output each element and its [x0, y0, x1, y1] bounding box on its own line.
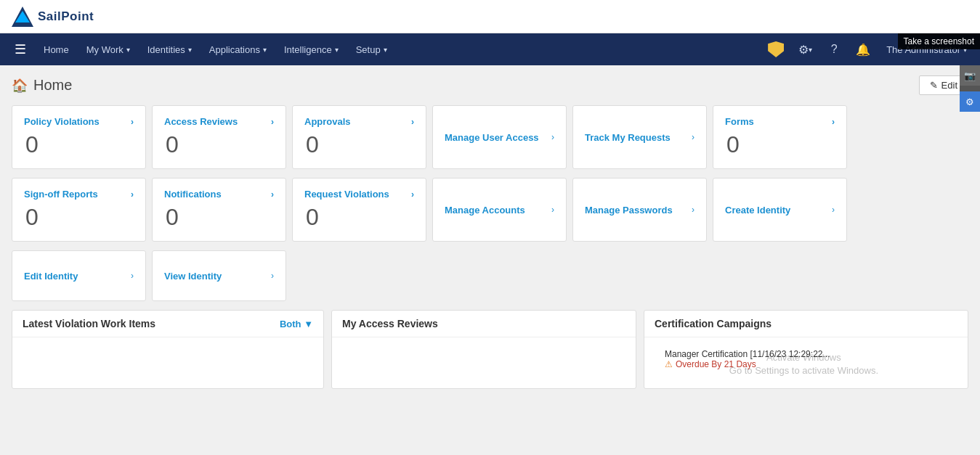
page-title: Home: [33, 77, 72, 94]
chevron-icon: ›: [832, 205, 835, 215]
panel-access-reviews: My Access Reviews: [331, 310, 636, 389]
panel-campaigns-body: Manager Certification [11/16/23 12:29:22…: [644, 337, 968, 388]
panel-access-reviews-header: My Access Reviews: [332, 311, 636, 337]
logo-icon: [12, 7, 33, 27]
widget-forms[interactable]: Forms › 0: [713, 105, 847, 169]
notification-icon-btn[interactable]: 🔔: [850, 33, 876, 65]
nav-item-setup[interactable]: Setup▾: [347, 33, 396, 65]
chevron-icon: ›: [411, 117, 414, 127]
screenshot-btn-gear[interactable]: ⚙: [960, 91, 980, 112]
chevron-icon: ›: [411, 189, 414, 200]
widget-policy-violations[interactable]: Policy Violations › 0: [12, 105, 146, 169]
widget-view-identity[interactable]: View Identity ›: [152, 250, 286, 301]
logo-bar: SailPoint: [0, 0, 980, 33]
cert-overdue: ⚠ Overdue By 21 Days: [665, 359, 947, 369]
nav-item-home[interactable]: Home: [35, 33, 78, 65]
settings-icon-btn[interactable]: ⚙▾: [792, 33, 818, 65]
nav-item-intelligence[interactable]: Intelligence▾: [275, 33, 347, 65]
chevron-icon: ›: [551, 205, 554, 215]
screenshot-tooltip: Take a screenshot: [898, 33, 980, 49]
panel-violations: Latest Violation Work Items Both ▼: [12, 310, 324, 389]
chevron-icon: ›: [131, 117, 134, 127]
shield-icon-btn[interactable]: [763, 33, 789, 65]
shield-icon: [768, 41, 784, 57]
chevron-icon: ›: [832, 117, 835, 127]
chevron-icon: ›: [271, 271, 274, 281]
widget-signoff-reports[interactable]: Sign-off Reports › 0: [12, 178, 146, 242]
hamburger-icon[interactable]: ☰: [6, 41, 35, 57]
widget-edit-identity[interactable]: Edit Identity ›: [12, 250, 146, 301]
widget-request-violations[interactable]: Request Violations › 0: [292, 178, 426, 242]
widget-create-identity[interactable]: Create Identity ›: [713, 178, 847, 242]
screenshot-sidebar: 📷 ⚙: [960, 65, 980, 112]
panel-campaigns: Certification Campaigns Manager Certific…: [644, 310, 968, 389]
home-icon: 🏠: [12, 78, 28, 94]
panel-violations-header: Latest Violation Work Items Both ▼: [12, 311, 323, 337]
chevron-icon: ›: [692, 132, 694, 142]
chevron-icon: ›: [551, 132, 554, 142]
bell-icon: 🔔: [856, 43, 870, 57]
main-content: 🏠 Home ✎ Edit Policy Violations › 0 Acce…: [0, 65, 980, 399]
violations-filter[interactable]: Both ▼: [280, 319, 313, 329]
nav-item-identities[interactable]: Identities▾: [139, 33, 201, 65]
pencil-icon: ✎: [930, 80, 938, 91]
help-icon: ?: [831, 43, 838, 56]
widget-track-my-requests[interactable]: Track My Requests ›: [572, 105, 707, 169]
logo[interactable]: SailPoint: [12, 7, 94, 27]
screenshot-btn-bar[interactable]: [960, 87, 980, 90]
logo-text: SailPoint: [38, 9, 94, 24]
gear-icon: ⚙: [798, 43, 809, 57]
warning-icon: ⚠: [665, 359, 673, 369]
chevron-icon: ›: [692, 205, 694, 215]
screenshot-btn-camera[interactable]: 📷: [960, 65, 980, 86]
widget-row-1: Policy Violations › 0 Access Reviews › 0…: [12, 105, 968, 169]
nav-item-mywork[interactable]: My Work▾: [78, 33, 139, 65]
chevron-icon: ›: [271, 117, 274, 127]
nav-item-applications[interactable]: Applications▾: [201, 33, 275, 65]
widget-row-2: Sign-off Reports › 0 Notifications › 0 R…: [12, 178, 968, 242]
cert-item[interactable]: Manager Certification [11/16/23 12:29:22…: [655, 345, 957, 374]
widget-approvals[interactable]: Approvals › 0: [292, 105, 426, 169]
page-header: 🏠 Home ✎ Edit: [12, 75, 968, 95]
page-title-row: 🏠 Home: [12, 77, 72, 94]
chevron-icon: ›: [131, 271, 134, 281]
nav-bar: ☰ Home My Work▾ Identities▾ Applications…: [0, 33, 980, 65]
panel-campaigns-header: Certification Campaigns: [644, 311, 968, 337]
panel-access-reviews-body: [332, 337, 636, 388]
bottom-panels: Latest Violation Work Items Both ▼ My Ac…: [12, 310, 968, 389]
widget-notifications[interactable]: Notifications › 0: [152, 178, 286, 242]
widget-access-reviews[interactable]: Access Reviews › 0: [152, 105, 286, 169]
panel-violations-body: [12, 337, 323, 388]
widget-manage-user-access[interactable]: Manage User Access ›: [432, 105, 567, 169]
help-icon-btn[interactable]: ?: [821, 33, 847, 65]
widget-manage-accounts[interactable]: Manage Accounts ›: [432, 178, 567, 242]
chevron-icon: ›: [131, 189, 134, 200]
chevron-icon: ›: [271, 189, 274, 200]
widget-manage-passwords[interactable]: Manage Passwords ›: [572, 178, 707, 242]
widget-row-3: Edit Identity › View Identity ›: [12, 250, 968, 301]
